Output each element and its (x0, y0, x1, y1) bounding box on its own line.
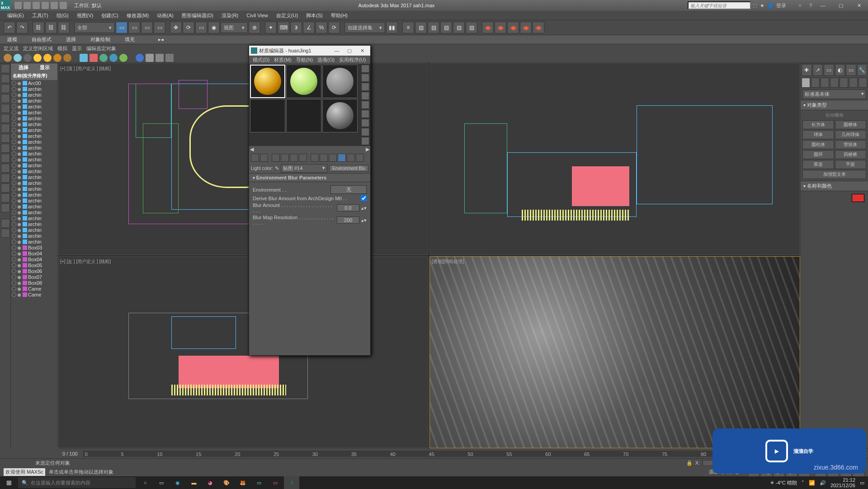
toggle-ribbon-button[interactable]: ▤ (428, 22, 439, 33)
tree-icon[interactable] (99, 54, 108, 62)
lt-list2-icon[interactable] (1, 193, 10, 202)
visibility-icon[interactable] (12, 99, 16, 103)
cp-modify-icon[interactable]: ↗ (813, 64, 823, 76)
info-center-icon[interactable]: ⬚ (753, 3, 757, 9)
move-button[interactable]: ✥ (170, 22, 182, 33)
menu-view[interactable]: 视图(V) (73, 11, 97, 20)
prim-textplus[interactable]: 加强型文本 (802, 170, 866, 179)
freeze-icon[interactable]: ❄ (17, 240, 22, 244)
scene-tab-display[interactable]: 显示 (34, 64, 56, 71)
mat-name-dropdown[interactable]: 贴图 #14▾ (281, 164, 327, 173)
prim-teapot[interactable]: 茶壶 (802, 160, 834, 169)
viewport-front[interactable] (429, 63, 800, 255)
scene-item[interactable]: ❄archin (11, 180, 57, 186)
cp-hierarchy-icon[interactable]: ▭ (824, 64, 834, 76)
sun4-icon[interactable] (63, 54, 71, 62)
scene-item[interactable]: ❄archin (11, 239, 57, 244)
bind-button[interactable]: ⛓ (58, 22, 70, 33)
refcoord-dropdown[interactable]: 视图▾ (221, 22, 248, 33)
manipulate-button[interactable]: ✦ (265, 22, 277, 33)
tray-notif-icon[interactable]: ▭ (860, 480, 864, 486)
menu-group[interactable]: 组(G) (53, 11, 72, 20)
mirror-button[interactable]: ▮▮ (386, 22, 398, 33)
sphere-icon[interactable] (109, 54, 118, 62)
viewport-top[interactable]: [+] [顶 ] [用户定义 ] [线框] (58, 63, 429, 255)
visibility-icon[interactable] (12, 140, 16, 144)
visibility-icon[interactable] (12, 222, 16, 226)
freeze-icon[interactable]: ❄ (17, 110, 22, 115)
scene-item[interactable]: ❄archin (11, 233, 57, 239)
mat-side-sel-icon[interactable] (361, 128, 369, 136)
scene-item[interactable]: ❄archin (11, 115, 57, 121)
unlink-button[interactable]: ⛓ (45, 22, 57, 33)
scene-item[interactable]: ❄archin (11, 145, 57, 150)
visibility-icon[interactable] (12, 234, 16, 238)
menu-script[interactable]: 脚本(S) (302, 11, 326, 20)
freeze-icon[interactable]: ❄ (17, 122, 22, 127)
particle-icon[interactable] (80, 54, 88, 62)
freeze-icon[interactable]: ❄ (17, 187, 22, 191)
freeze-icon[interactable]: ❄ (17, 181, 22, 185)
freeze-icon[interactable]: ❄ (17, 93, 22, 97)
mat-titlebar[interactable]: 材质编辑器 - huanJing1 — ▢ ✕ (249, 46, 370, 56)
visibility-icon[interactable] (12, 157, 16, 162)
mat-derive-checkbox[interactable] (361, 195, 367, 201)
menu-modifiers[interactable]: 修改器(M) (123, 11, 153, 20)
material-editor-button[interactable]: ▤ (466, 22, 477, 33)
task-app2-icon[interactable]: 🎨 (219, 476, 234, 489)
qat-link-icon[interactable] (60, 2, 67, 9)
quick-access-toolbar[interactable] (11, 2, 71, 9)
ribbon-tab-selection[interactable]: 选择 (59, 35, 83, 44)
subrib-idle[interactable]: 定义空闲区域 (23, 45, 53, 52)
mat-side-light-icon[interactable] (361, 83, 369, 91)
qat-new-icon[interactable] (14, 2, 22, 9)
user-icon[interactable]: 👤 (767, 3, 774, 9)
helper-icon[interactable] (136, 54, 144, 62)
visibility-icon[interactable] (12, 169, 16, 174)
freeze-icon[interactable]: ❄ (17, 204, 22, 209)
render-iter-button[interactable]: 🫖 (533, 22, 544, 33)
prim-sphere[interactable]: 球体 (802, 130, 834, 139)
mat-tb-make-icon[interactable] (299, 154, 307, 162)
mat-tb-put-icon[interactable] (260, 154, 268, 162)
mat-side-back-icon[interactable] (361, 74, 369, 82)
scene-item[interactable]: ❄archin (11, 133, 57, 139)
select-region-dropdown[interactable]: ▭ (141, 22, 153, 33)
prim-cylinder[interactable]: 圆柱体 (802, 140, 834, 149)
freeze-icon[interactable]: ❄ (17, 216, 22, 221)
scene-item[interactable]: ❄archin (11, 109, 57, 115)
mat-env-button[interactable]: 无 (330, 185, 367, 194)
snap-button[interactable]: 3 (290, 22, 302, 33)
scene-item[interactable]: ❄archin (11, 103, 57, 109)
placement-button[interactable]: ◉ (208, 22, 220, 33)
menu-customize[interactable]: 自定义(U) (273, 11, 302, 20)
scene-item[interactable]: ❄archin (11, 192, 57, 197)
rollout-object-type[interactable]: ▾ 对象类型 (801, 100, 868, 110)
visibility-icon[interactable] (12, 204, 16, 209)
curve-editor-button[interactable]: ▤ (440, 22, 452, 33)
visibility-icon[interactable] (12, 146, 16, 150)
freeze-icon[interactable]: ❄ (17, 128, 22, 132)
task-app4-icon[interactable]: ▭ (268, 476, 283, 489)
freeze-icon[interactable]: ❄ (17, 81, 22, 85)
scene-item[interactable]: ❄archin (11, 162, 57, 168)
freeze-icon[interactable]: ❄ (17, 151, 22, 156)
mat-side-opt-icon[interactable] (361, 119, 369, 127)
scene-sort-header[interactable]: 名称(按升序排序) (11, 72, 57, 80)
menu-rendering[interactable]: 渲染(R) (218, 11, 242, 20)
render-prod-button[interactable]: 🫖 (520, 22, 532, 33)
task-edge-icon[interactable]: ◉ (170, 476, 185, 489)
box-icon[interactable] (146, 54, 154, 62)
mat-slot-5[interactable] (286, 99, 321, 132)
mat-side-bg-icon[interactable] (361, 92, 369, 100)
lt-snap-icon[interactable] (1, 144, 10, 153)
visibility-icon[interactable] (12, 263, 16, 268)
visibility-icon[interactable] (12, 228, 16, 232)
mat-menu-util[interactable]: 实用程序(U) (337, 56, 368, 64)
qat-save-icon[interactable] (33, 2, 40, 9)
select-name-button[interactable]: ▭ (128, 22, 140, 33)
subrib-display[interactable]: 显示 (72, 45, 82, 52)
scene-item[interactable]: ❄Box08 (11, 280, 57, 286)
menu-create[interactable]: 创建(C) (98, 11, 122, 20)
task-firefox-icon[interactable]: 🦊 (235, 476, 250, 489)
